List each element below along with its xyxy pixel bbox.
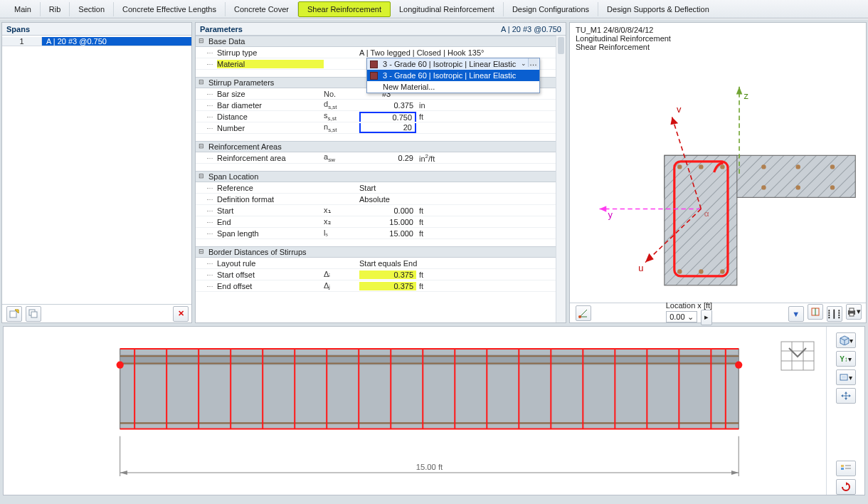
svg-rect-90 — [841, 468, 844, 470]
material-dropdown-current[interactable]: 3 - Grade 60 | Isotropic | Linear Elasti… — [367, 58, 539, 70]
axis-icon — [578, 308, 588, 318]
svg-rect-36 — [850, 308, 854, 311]
refresh-icon — [841, 482, 851, 492]
snap-button[interactable] — [576, 305, 591, 321]
tab-section[interactable]: Section — [70, 2, 114, 16]
cross-section-view[interactable]: y z u v α — [573, 57, 863, 300]
material-dropdown-new[interactable]: New Material... — [367, 81, 539, 93]
svg-point-20 — [720, 269, 724, 273]
row-stirrup-type[interactable]: Stirrup type A | Two legged | Closed | H… — [196, 47, 566, 58]
view-pan-button[interactable] — [836, 388, 856, 404]
material-dropdown[interactable]: 3 - Grade 60 | Isotropic | Linear Elasti… — [366, 58, 540, 93]
location-step-button[interactable]: ▸ — [701, 310, 712, 325]
preview-info: TU_M1 24/8/0/8/24/12 Longitudinal Reinfo… — [570, 23, 866, 54]
svg-marker-28 — [670, 117, 678, 125]
row-bar-diameter[interactable]: Bar diameter ds,st 0.375 in — [196, 100, 566, 111]
svg-rect-82 — [842, 376, 846, 379]
parameters-panel: Parameters A | 20 #3 @0.750 Base Data St… — [195, 22, 566, 323]
svg-point-17 — [830, 185, 835, 189]
material-swatch-icon — [370, 72, 378, 80]
ellipsis-button[interactable]: … — [528, 58, 538, 67]
svg-marker-86 — [845, 398, 847, 400]
row-span-end[interactable]: End x₂ 15.000 ft — [196, 216, 566, 228]
material-label: Material — [217, 60, 324, 68]
preview-panel: TU_M1 24/8/0/8/24/12 Longitudinal Reinfo… — [569, 22, 867, 323]
group-reinforcement-areas[interactable]: Reinforcement Areas — [196, 141, 566, 152]
tab-concrete-effective-lengths[interactable]: Concrete Effective Lengths — [114, 2, 226, 16]
stirrup-type-value: A | Two legged | Closed | Hook 135° — [359, 48, 566, 57]
dimensions-button[interactable]: ┋┃┋ — [827, 306, 842, 322]
svg-marker-85 — [845, 392, 847, 394]
svg-point-13 — [796, 164, 800, 169]
tab-shear-reinforcement[interactable]: Shear Reinforcement — [298, 1, 391, 17]
svg-rect-37 — [850, 313, 854, 316]
material-dropdown-option[interactable]: 3 - Grade 60 | Isotropic | Linear Elasti… — [367, 70, 539, 81]
copy-item-button[interactable] — [26, 306, 41, 322]
row-reinforcement-area[interactable]: Reinforcement area asw 0.29 in2/ft — [196, 152, 566, 164]
row-number[interactable]: Number ns,st 20 — [196, 122, 566, 134]
new-sheet-icon — [9, 309, 19, 319]
chevron-down-icon: ⌄ — [521, 60, 526, 67]
parameters-subtitle: A | 20 #3 @0.750 — [501, 25, 561, 33]
beam-elevation-view[interactable]: 15.00 ft — [4, 327, 826, 495]
svg-point-12 — [761, 164, 766, 169]
svg-line-30 — [580, 310, 587, 317]
span-row[interactable]: 1 A | 20 #3 @0.750 — [2, 36, 191, 48]
arrows-icon — [841, 392, 851, 400]
group-base-data[interactable]: Base Data — [196, 36, 566, 47]
svg-point-32 — [578, 315, 581, 318]
row-reference[interactable]: Reference Start — [196, 182, 566, 194]
row-start-offset[interactable]: Start offset Δᵢ 0.375 ft — [196, 269, 566, 280]
parameters-header: Parameters A | 20 #3 @0.750 — [196, 23, 566, 36]
tab-design-supports-deflection[interactable]: Design Supports & Deflection — [598, 2, 718, 16]
tab-longitudinal-reinforcement[interactable]: Longitudinal Reinforcement — [391, 2, 504, 16]
spans-header: Spans — [2, 23, 191, 36]
tab-concrete-cover[interactable]: Concrete Cover — [226, 2, 298, 16]
copy-icon — [28, 309, 38, 319]
preview-line3: Shear Reinforcement — [576, 43, 860, 51]
location-bar: Location x [ft] 0.00 ⌄ ▸ ▼ ┋┃┋ ▾ — [570, 303, 866, 322]
svg-point-18 — [677, 269, 682, 273]
row-definition-format[interactable]: Definition format Absolute — [196, 194, 566, 205]
span-row-index: 1 — [2, 37, 42, 46]
tab-bar: Main Rib Section Concrete Effective Leng… — [0, 0, 868, 19]
print-button[interactable]: ▾ — [846, 304, 862, 320]
row-distance[interactable]: Distance ss,st 0.750 ft — [196, 111, 566, 122]
cube-icon — [838, 335, 850, 345]
svg-marker-88 — [849, 394, 851, 397]
spans-title: Spans — [6, 25, 30, 33]
tab-design-configurations[interactable]: Design Configurations — [504, 2, 598, 16]
svg-point-9 — [677, 164, 682, 169]
legend-icon — [840, 464, 852, 473]
tab-main[interactable]: Main — [6, 2, 41, 16]
view-3d-button[interactable]: ▾ — [836, 332, 856, 348]
beam-length-label: 15.00 ft — [416, 463, 443, 471]
group-span-location[interactable]: Span Location — [196, 171, 566, 182]
tab-rib[interactable]: Rib — [41, 2, 70, 16]
row-end-offset[interactable]: End offset Δⱼ 0.375 ft — [196, 280, 566, 292]
row-layout-rule[interactable]: Layout rule Start equals End — [196, 258, 566, 269]
row-material[interactable]: Material 3 - Grade 60 | Isotropic | Line… — [196, 58, 566, 70]
axes-toggle-button[interactable] — [808, 304, 823, 320]
axis-v-label: v — [677, 104, 682, 115]
beam-elevation-panel: 15.00 ft ▾ Y↕▾ ▾ — [3, 326, 865, 495]
svg-rect-89 — [841, 465, 844, 467]
group-border-distances[interactable]: Border Distances of Stirrups — [196, 246, 566, 258]
section-grid-icon[interactable] — [780, 341, 815, 372]
parameters-scrollbar[interactable] — [556, 36, 566, 322]
new-item-button[interactable] — [6, 306, 22, 322]
view-extents-button[interactable]: ▾ — [836, 369, 856, 385]
svg-marker-26 — [645, 253, 654, 263]
svg-marker-71 — [731, 471, 739, 475]
view-y-axis-button[interactable]: Y↕▾ — [836, 351, 856, 367]
location-select[interactable]: 0.00 ⌄ — [666, 311, 697, 322]
svg-marker-87 — [841, 394, 843, 397]
filter-button[interactable]: ▼ — [788, 306, 804, 322]
refresh-button[interactable] — [836, 479, 856, 495]
svg-point-14 — [830, 164, 835, 169]
row-span-start[interactable]: Start x₁ 0.000 ft — [196, 205, 566, 216]
delete-item-button[interactable]: ✕ — [173, 306, 189, 322]
row-span-length[interactable]: Span length lₛ 15.000 ft — [196, 228, 566, 239]
spans-panel: Spans 1 A | 20 #3 @0.750 ✕ — [1, 22, 192, 323]
legend-button[interactable] — [836, 461, 856, 476]
